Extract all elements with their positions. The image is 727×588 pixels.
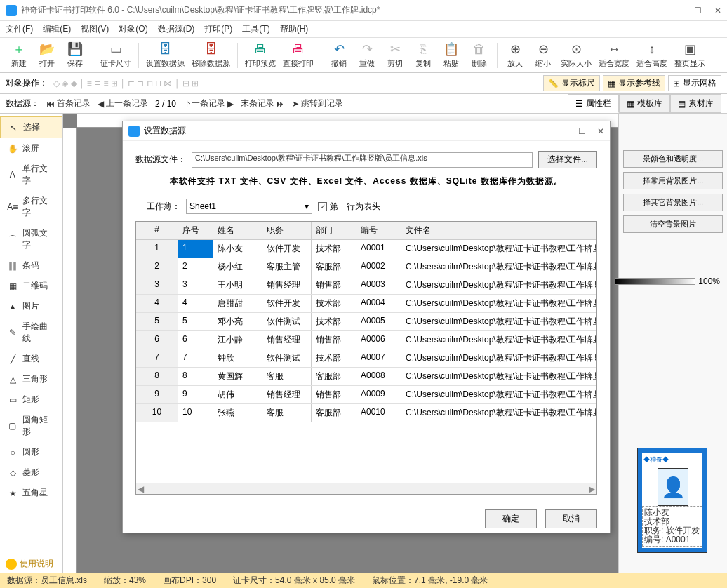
menu-item[interactable]: 帮助(H) [280, 23, 309, 35]
tool-条码[interactable]: ∥∥条码 [0, 255, 62, 276]
tab-properties[interactable]: ☰ 属性栏 [568, 94, 619, 113]
cell: 客服 [262, 368, 312, 385]
toolbar-直接打印[interactable]: 🖶直接打印 [280, 39, 316, 72]
tool-手绘曲线[interactable]: ✎手绘曲线 [0, 316, 62, 349]
tool-圆形[interactable]: ○圆形 [0, 442, 62, 462]
col-header[interactable]: 序号 [178, 222, 213, 239]
toolbar-实际大小[interactable]: ⊙实际大小 [558, 39, 594, 72]
tool-二维码[interactable]: ▦二维码 [0, 276, 62, 296]
toolbar-适合宽度[interactable]: ↔适合宽度 [596, 39, 632, 72]
tool-滚屏[interactable]: ✋滚屏 [0, 138, 62, 159]
toggle-guides[interactable]: ▦显示参考线 [603, 75, 665, 91]
toolbar-缩小[interactable]: ⊖缩小 [530, 39, 556, 72]
toolbar-剪切[interactable]: ✂剪切 [382, 39, 408, 72]
cancel-button[interactable]: 取消 [545, 509, 597, 528]
table-row[interactable]: 66江小静销售经理销售部A0006C:\Users\cuilm\Desktop\… [136, 331, 596, 349]
maximize-button[interactable]: ☐ [694, 6, 702, 15]
dialog-close-button[interactable]: ✕ [597, 126, 604, 136]
col-header[interactable]: # [136, 222, 178, 239]
file-path-input[interactable]: C:\Users\cuilm\Desktop\教程\证卡证书教程\工作牌竖版\员… [192, 152, 533, 168]
tool-图片[interactable]: ▲图片 [0, 296, 62, 316]
toolbar-重做[interactable]: ↷重做 [354, 39, 380, 72]
sheet-combo[interactable]: Sheet1▾ [186, 199, 312, 214]
support-note: 本软件支持 TXT 文件、CSV 文件、Excel 文件、Access 数据库、… [135, 175, 597, 187]
bg-other-button[interactable]: 择其它背景图片... [623, 194, 723, 211]
bg-common-button[interactable]: 择常用背景图片... [623, 172, 723, 189]
tool-label: 矩形 [22, 394, 39, 406]
grid-scrollbar[interactable]: ◀▶ [136, 483, 596, 494]
table-row[interactable]: 55邓小亮软件测试技术部A0005C:\Users\cuilm\Desktop\… [136, 313, 596, 331]
toolbar-设置数据源[interactable]: 🗄设置数据源 [143, 39, 187, 72]
browse-button[interactable]: 选择文件... [538, 151, 597, 168]
cell: 软件测试 [262, 313, 312, 330]
toolbar-复制[interactable]: ⎘复制 [410, 39, 436, 72]
toolbar-删除[interactable]: 🗑删除 [466, 39, 493, 72]
separator [138, 43, 139, 68]
table-row[interactable]: 11陈小友软件开发技术部A0001C:\Users\cuilm\Desktop\… [136, 240, 596, 258]
tool-label: 圆角矩形 [22, 414, 55, 438]
bg-color-button[interactable]: 景颜色和透明度... [623, 150, 723, 168]
bg-clear-button[interactable]: 清空背景图片 [623, 215, 723, 233]
tab-materials[interactable]: ▤ 素材库 [670, 94, 721, 113]
toolbar-整页显示[interactable]: ▣整页显示 [672, 39, 708, 72]
toolbar-打开[interactable]: 📂打开 [34, 39, 60, 72]
tool-单行文字[interactable]: A单行文字 [0, 159, 62, 191]
header-checkbox[interactable]: ✓第一行为表头 [318, 201, 380, 213]
toolbar-证卡尺寸[interactable]: ▭证卡尺寸 [98, 39, 134, 72]
help-link[interactable]: 使用说明 [6, 558, 53, 570]
col-header[interactable]: 文件名 [401, 222, 596, 239]
col-header[interactable]: 部门 [312, 222, 356, 239]
menu-item[interactable]: 打印(P) [204, 23, 232, 35]
toolbar-新建[interactable]: ＋新建 [6, 39, 32, 72]
toolbar-放大[interactable]: ⊕放大 [502, 39, 528, 72]
toolbar-移除数据源[interactable]: 🗄移除数据源 [189, 39, 233, 72]
cell: 王小明 [213, 276, 262, 294]
ok-button[interactable]: 确定 [485, 509, 537, 528]
tool-矩形[interactable]: ▭矩形 [0, 389, 62, 410]
toolbar-保存[interactable]: 💾保存 [62, 39, 88, 72]
tab-templates[interactable]: ▦ 模板库 [619, 94, 670, 113]
col-header[interactable]: 姓名 [213, 222, 262, 239]
table-row[interactable]: 22杨小红客服主管客服部A0002C:\Users\cuilm\Desktop\… [136, 258, 596, 276]
col-header[interactable]: 职务 [262, 222, 312, 239]
table-row[interactable]: 44唐甜甜软件开发技术部A0004C:\Users\cuilm\Desktop\… [136, 295, 596, 313]
tool-label: 选择 [23, 121, 40, 133]
cell: 钟欣 [213, 349, 262, 367]
table-row[interactable]: 33王小明销售经理销售部A0003C:\Users\cuilm\Desktop\… [136, 276, 596, 295]
menu-item[interactable]: 数据源(D) [158, 23, 195, 35]
table-row[interactable]: 77钟欣软件测试技术部A0007C:\Users\cuilm\Desktop\教… [136, 349, 596, 368]
prev-record-button[interactable]: ◀ 上一条记录 [98, 98, 148, 109]
first-record-button[interactable]: ⏮ 首条记录 [46, 98, 91, 109]
tool-三角形[interactable]: △三角形 [0, 369, 62, 389]
next-record-button[interactable]: 下一条记录 ▶ [183, 98, 234, 109]
menu-item[interactable]: 视图(V) [81, 23, 109, 35]
tool-圆弧文字[interactable]: ⌒圆弧文字 [0, 223, 62, 255]
menu-item[interactable]: 文件(F) [6, 23, 33, 35]
toolbar-撤销[interactable]: ↶撤销 [326, 39, 352, 72]
tool-直线[interactable]: ╱直线 [0, 349, 62, 369]
jump-record-button[interactable]: ➤ 跳转到记录 [292, 98, 343, 109]
toolbar-打印预览[interactable]: 🖶打印预览 [242, 39, 279, 72]
menu-item[interactable]: 工具(T) [242, 23, 269, 35]
tool-五角星[interactable]: ★五角星 [0, 483, 62, 503]
tool-label: 圆弧文字 [22, 227, 55, 251]
opacity-slider[interactable]: 100% [615, 276, 720, 286]
table-row[interactable]: 88黄国辉客服客服部A0008C:\Users\cuilm\Desktop\教程… [136, 368, 596, 386]
menu-item[interactable]: 对象(O) [119, 23, 147, 35]
dialog-maximize-button[interactable]: ☐ [578, 126, 586, 136]
table-row[interactable]: 99胡伟销售经理销售部A0009C:\Users\cuilm\Desktop\教… [136, 386, 596, 404]
tool-选择[interactable]: ↖选择 [0, 116, 62, 138]
last-record-button[interactable]: 末条记录 ⏭ [241, 98, 285, 109]
tool-多行文字[interactable]: A≡多行文字 [0, 191, 62, 223]
toolbar-适合高度[interactable]: ↕适合高度 [634, 39, 670, 72]
minimize-button[interactable]: — [673, 6, 681, 15]
menu-item[interactable]: 编辑(E) [43, 23, 71, 35]
tool-圆角矩形[interactable]: ▢圆角矩形 [0, 410, 62, 442]
toolbar-粘贴[interactable]: 📋粘贴 [438, 39, 465, 72]
close-button[interactable]: ✕ [714, 6, 721, 15]
table-row[interactable]: 1010张燕客服客服部A0010C:\Users\cuilm\Desktop\教… [136, 404, 596, 422]
toggle-grid[interactable]: ⊞显示网格 [668, 75, 721, 91]
toggle-ruler[interactable]: 📏显示标尺 [543, 75, 600, 91]
col-header[interactable]: 编号 [356, 222, 401, 239]
tool-菱形[interactable]: ◇菱形 [0, 462, 62, 483]
